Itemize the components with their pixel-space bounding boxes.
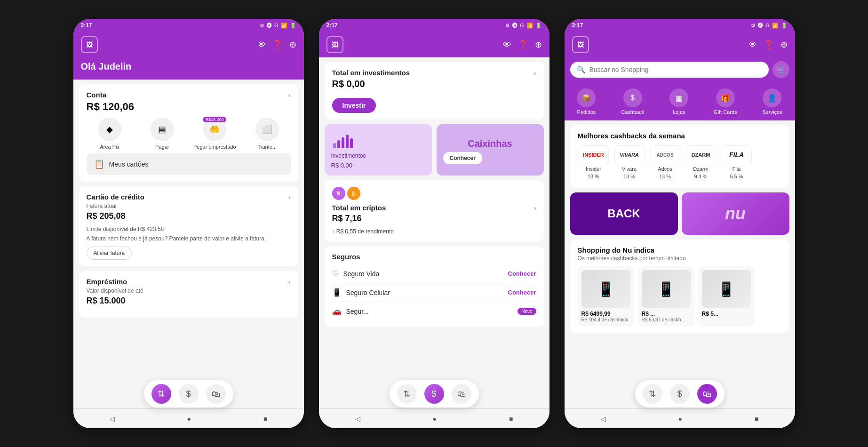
shopping-nav: 📦 Pedidos $ Cashback ▦ Lojas 🎁 Gift Card… xyxy=(565,85,795,120)
add-icon[interactable]: ⊕ xyxy=(289,40,296,50)
transfer-btn-1[interactable]: ⇅ xyxy=(151,384,171,404)
meus-cartoes-btn[interactable]: 📋 Meus cartões xyxy=(87,153,291,175)
back-banner[interactable]: BACK xyxy=(570,192,678,235)
transfer-btn-2[interactable]: ⇅ xyxy=(397,384,417,404)
seguros-title: Seguros xyxy=(332,253,536,261)
aliviar-btn[interactable]: Aliviar fatura xyxy=(87,247,132,260)
phone-3: 2:17 ⚙ 🅐 G 📶 🔋 🖼 👁 ❓ ⊕ 🔍 xyxy=(565,19,795,428)
cashback-nav-item[interactable]: $ Cashback xyxy=(621,88,644,115)
lojas-nav-item[interactable]: ▦ Lojas xyxy=(669,88,688,115)
nu-banner[interactable]: nu xyxy=(682,192,789,235)
brand-insider[interactable]: INSIDER Insider 13 % xyxy=(578,145,610,179)
floating-nav-3: ⇅ $ 🛍 xyxy=(635,380,725,407)
product-2[interactable]: 📱 R$ ... R$ 63,87 de cashb... xyxy=(638,266,694,326)
back-btn-3[interactable]: ◁ xyxy=(601,415,606,423)
back-btn-1[interactable]: ◁ xyxy=(110,415,115,423)
add-icon-3[interactable]: ⊕ xyxy=(780,40,788,50)
recents-btn-3[interactable]: ■ xyxy=(755,415,758,423)
time-2: 2:17 xyxy=(326,22,338,29)
android-nav-2: ◁ ● ■ xyxy=(319,408,549,428)
dzarm-name: Dzarm xyxy=(693,166,708,172)
account-icon: 🅐 xyxy=(267,23,272,28)
recents-btn-1[interactable]: ■ xyxy=(263,415,267,423)
status-icons-2: ⚙ 🅐 G 📶 🔋 xyxy=(505,23,542,29)
home-btn-3[interactable]: ● xyxy=(678,415,682,423)
eye-icon-3[interactable]: 👁 xyxy=(749,40,757,50)
fatura-value: R$ 205,08 xyxy=(87,211,291,221)
emprestado-action[interactable]: 🤲 R$15.000 Pegar emprestado xyxy=(191,118,239,150)
invest-label: Total em investimentos xyxy=(332,69,410,77)
brand-adcos[interactable]: ADCOS Adcos 13 % xyxy=(649,145,681,179)
pagar-action[interactable]: ▤ Pagar xyxy=(139,118,186,150)
cart-icon-btn[interactable]: 🛒 xyxy=(772,61,789,78)
cartao-chevron: › xyxy=(288,193,291,201)
phone-icon: 📱 xyxy=(332,288,342,297)
dollar-btn-2[interactable]: $ xyxy=(424,384,444,404)
google-icon-3: G xyxy=(765,23,770,28)
eye-icon-2[interactable]: 👁 xyxy=(503,40,511,50)
bag-btn-1[interactable]: 🛍 xyxy=(206,384,226,404)
conhecer-caixinhas-btn[interactable]: Conhecer xyxy=(443,152,482,164)
adcos-logo: ADCOS xyxy=(650,145,680,164)
settings-icon-2: ⚙ xyxy=(505,23,510,29)
gift-cards-nav-item[interactable]: 🎁 Gift Cards xyxy=(714,88,737,115)
dollar-btn-1[interactable]: $ xyxy=(179,384,199,404)
conta-value: R$ 120,06 xyxy=(87,101,291,113)
up-arrow: ↑ xyxy=(332,228,336,235)
caixinhas-card: Caixinhas Conhecer xyxy=(437,124,544,176)
search-input[interactable] xyxy=(589,66,762,73)
google-icon: G xyxy=(274,23,279,28)
phone-2: 2:17 ⚙ 🅐 G 📶 🔋 🖼 👁 ❓ ⊕ T xyxy=(319,19,549,428)
crypto-value: R$ 7,16 xyxy=(332,214,536,224)
app-header-2: 🖼 👁 ❓ ⊕ xyxy=(319,32,549,57)
product-2-price: R$ ... xyxy=(642,311,691,317)
vivara-name: Vivara xyxy=(622,166,637,172)
back-text: BACK xyxy=(607,207,640,220)
product-1[interactable]: 📱 R$ 6499,99 R$ 104,4 de cashback xyxy=(578,266,634,326)
bag-btn-3[interactable]: 🛍 xyxy=(697,384,717,404)
brand-vivara[interactable]: VIVARA Vivara 13 % xyxy=(613,145,645,179)
eye-icon[interactable]: 👁 xyxy=(257,40,266,50)
emprestimo-section: Empréstimo › Valor disponível de até R$ … xyxy=(79,271,298,317)
search-bar[interactable]: 🔍 xyxy=(570,62,769,78)
fila-logo: FILA xyxy=(722,145,752,164)
help-icon[interactable]: ❓ xyxy=(272,40,283,50)
pagar-label: Pagar xyxy=(155,144,169,150)
cartoes-icon: 📋 xyxy=(94,159,104,169)
transferir-label: Tranfe... xyxy=(257,144,277,150)
transferir-action[interactable]: ⬜ Tranfe... xyxy=(244,118,291,150)
seguro-vida-conhecer[interactable]: Conhecer xyxy=(508,270,536,277)
dollar-btn-3[interactable]: $ xyxy=(670,384,690,404)
bag-btn-2[interactable]: 🛍 xyxy=(452,384,471,404)
pix-action[interactable]: ◆ Área Pix xyxy=(87,118,134,150)
brand-fila[interactable]: FILA Fila 5.5 % xyxy=(721,145,753,179)
google-icon-2: G xyxy=(520,23,524,28)
servicos-nav-item[interactable]: 👤 Serviços xyxy=(762,88,782,115)
back-btn-2[interactable]: ◁ xyxy=(355,415,360,423)
seguro-celular-conhecer[interactable]: Conhecer xyxy=(508,289,536,296)
floating-nav-2: ⇅ $ 🛍 xyxy=(390,380,479,407)
investir-btn[interactable]: Investir xyxy=(332,98,376,113)
recents-btn-2[interactable]: ■ xyxy=(509,415,513,423)
pagar-icon: ▤ xyxy=(151,118,174,141)
transfer-btn-3[interactable]: ⇅ xyxy=(643,384,662,404)
phone1-body: Conta › R$ 120,06 ◆ Área Pix ▤ Pagar xyxy=(73,80,304,408)
add-icon-2[interactable]: ⊕ xyxy=(535,40,542,50)
product-3-price: R$ 5... xyxy=(702,311,751,317)
adcos-pct: 13 % xyxy=(659,174,671,179)
product-3[interactable]: 📱 R$ 5... xyxy=(698,266,755,326)
seguro-auto-name: Segur... xyxy=(346,308,369,315)
seguro-celular-name: Seguro Celular xyxy=(346,289,390,296)
help-icon-2[interactable]: ❓ xyxy=(518,40,528,50)
home-btn-1[interactable]: ● xyxy=(187,415,191,423)
phones-container: 2:17 ⚙ 🅐 G 📶 🔋 🖼 👁 ❓ ⊕ Olá Judelin xyxy=(73,19,795,428)
help-icon-3[interactable]: ❓ xyxy=(764,40,774,50)
account-icon-2: 🅐 xyxy=(512,23,518,28)
emprestado-badge: R$15.000 xyxy=(203,117,226,122)
brand-dzarm[interactable]: DZARM Dzarm 9.4 % xyxy=(685,145,717,179)
pedidos-nav-item[interactable]: 📦 Pedidos xyxy=(577,88,596,115)
product-1-cashback: R$ 104,4 de cashback xyxy=(581,317,630,322)
emprestimo-value: R$ 15.000 xyxy=(87,296,291,306)
status-icons-3: ⚙ 🅐 G 📶 🔋 xyxy=(751,23,788,29)
home-btn-2[interactable]: ● xyxy=(433,415,437,423)
